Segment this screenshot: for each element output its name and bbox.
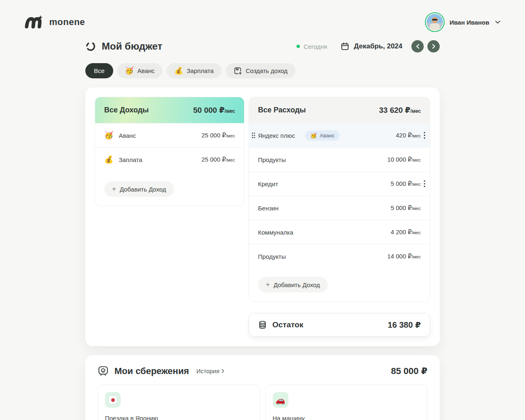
expense-category-label: Бензин: [258, 205, 278, 212]
kebab-icon: [424, 180, 425, 187]
expenses-panel: Все Расходы 33 620 ₽/мес Яндекс плюс 🥳Ав…: [249, 97, 430, 302]
expenses-panel-header: Все Расходы 33 620 ₽/мес: [249, 97, 430, 123]
income-total: 50 000 ₽/мес: [193, 105, 235, 115]
calendar-icon: [340, 42, 349, 51]
income-category-label: Заплата: [119, 156, 142, 163]
income-panel: Все Доходы 50 000 ₽/мес 🥳 Аванс 25 000 ₽…: [95, 97, 244, 206]
expense-amount: 5 000 ₽/мес: [391, 180, 421, 187]
expense-row[interactable]: Кредит 5 000 ₽/мес: [249, 171, 430, 196]
savings-goal-label: Поездка в Японию: [105, 415, 253, 420]
row-menu-button[interactable]: [422, 179, 427, 189]
today-button[interactable]: Сегодня: [297, 43, 327, 50]
japan-flag-icon: [109, 396, 117, 404]
avatar[interactable]: [426, 13, 444, 31]
category-emoji: 💰: [104, 156, 113, 163]
income-amount: 25 000 ₽/мес: [201, 132, 235, 139]
income-amount: 25 000 ₽/мес: [201, 156, 235, 163]
expense-row[interactable]: Коммуналка 4 200 ₽/мес: [249, 220, 430, 244]
month-picker[interactable]: Декабрь, 2024: [340, 42, 402, 51]
chevron-right-small-icon: [221, 369, 224, 373]
brand-name: monene: [49, 17, 85, 27]
balance-label: Остаток: [272, 320, 303, 329]
savings-goal-card[interactable]: 🚗 На машину: [265, 385, 428, 420]
expense-amount: 420 ₽/мес: [396, 132, 421, 139]
expense-category-label: Коммуналка: [258, 229, 293, 236]
filter-chip-label: Зарплата: [187, 67, 214, 74]
chevron-right-icon: [432, 44, 436, 49]
savings-goal-card[interactable]: Поездка в Японию: [98, 385, 260, 420]
expense-amount: 10 000 ₽/мес: [387, 156, 421, 163]
add-income-label: Добавить Доход: [120, 186, 166, 193]
logo-mark-icon: [25, 15, 43, 30]
balance-card: Остаток 16 380 ₽: [249, 313, 430, 337]
page-title: Мой бюджет: [102, 41, 162, 52]
plus-icon: +: [266, 281, 270, 289]
filter-chips: Все🥳Аванс💰Зарплата Создать доход: [85, 63, 440, 78]
today-status-dot: [297, 45, 300, 48]
kebab-icon: [424, 132, 425, 139]
expense-row[interactable]: Яндекс плюс 🥳Аванс 420 ₽/мес: [249, 123, 430, 147]
savings-goal-label: На машину: [273, 415, 420, 420]
filter-chip[interactable]: Все: [85, 63, 113, 78]
prev-month-button[interactable]: [411, 40, 424, 52]
add-expense-label: Добавить Доход: [274, 281, 320, 288]
brand-logo: monene: [25, 15, 85, 30]
category-emoji: 💰: [174, 67, 183, 74]
income-row[interactable]: 💰 Заплата 25 000 ₽/мес: [95, 147, 244, 171]
category-emoji: 🥳: [125, 67, 134, 74]
savings-goal-tile: [105, 392, 121, 408]
row-menu-button[interactable]: [422, 130, 427, 141]
balance-amount: 16 380 ₽: [388, 320, 421, 330]
month-label: Декабрь, 2024: [354, 42, 402, 50]
add-expense-button[interactable]: + Добавить Доход: [258, 277, 328, 292]
badge-label: Аванс: [320, 132, 334, 139]
linked-income-badge: 🥳Аванс: [305, 130, 340, 141]
income-category-label: Аванс: [119, 132, 136, 139]
expense-row[interactable]: Продукты 10 000 ₽/мес: [249, 147, 430, 171]
expense-category-label: Кредит: [258, 180, 278, 187]
chevron-down-icon: [495, 21, 500, 24]
savings-title: Мои сбережения: [114, 366, 189, 377]
top-bar: monene Иван Иванов: [0, 0, 525, 31]
filter-chip[interactable]: 🥳Аванс: [117, 63, 162, 78]
drag-handle[interactable]: [251, 132, 256, 139]
expense-rows: Яндекс плюс 🥳Аванс 420 ₽/мес Продукты 10…: [249, 123, 430, 268]
expenses-title: Все Расходы: [258, 106, 306, 114]
donut-chart-icon: [85, 41, 96, 52]
expenses-total: 33 620 ₽/мес: [379, 105, 421, 115]
user-menu[interactable]: Иван Иванов: [426, 13, 500, 31]
savings-items: Поездка в Японию 🚗 На машину: [98, 385, 427, 420]
expense-row[interactable]: Бензин 5 000 ₽/мес: [249, 196, 430, 220]
income-title: Все Доходы: [104, 106, 149, 114]
income-panel-header: Все Доходы 50 000 ₽/мес: [95, 97, 244, 123]
budget-card: Все Доходы 50 000 ₽/мес 🥳 Аванс 25 000 ₽…: [85, 87, 440, 346]
expense-category-label: Продукты: [258, 253, 286, 260]
create-income-chip[interactable]: Создать доход: [226, 63, 295, 78]
expense-amount: 14 000 ₽/мес: [387, 253, 421, 260]
history-link[interactable]: История: [196, 368, 224, 374]
category-emoji: 🥳: [310, 133, 317, 138]
savings-card: Мои сбережения История 85 000 ₽ Поездка …: [85, 355, 440, 420]
income-rows: 🥳 Аванс 25 000 ₽/мес 💰 Заплата 25 000 ₽/…: [95, 123, 244, 171]
savings-goal-tile: 🚗: [273, 392, 288, 408]
expense-row[interactable]: Продукты 14 000 ₽/мес: [249, 244, 430, 268]
create-income-label: Создать доход: [246, 67, 288, 74]
history-label: История: [196, 368, 219, 374]
expense-category-label: Продукты: [258, 156, 286, 163]
plus-icon: +: [112, 185, 116, 193]
next-month-button[interactable]: [427, 40, 440, 52]
expense-amount: 5 000 ₽/мес: [391, 204, 421, 212]
income-row[interactable]: 🥳 Аванс 25 000 ₽/мес: [95, 123, 244, 147]
create-income-icon: [233, 66, 242, 75]
chevron-left-icon: [416, 44, 420, 49]
expense-amount: 4 200 ₽/мес: [391, 228, 421, 236]
add-income-button[interactable]: + Добавить Доход: [104, 181, 174, 197]
filter-chip-label: Аванс: [137, 67, 155, 74]
user-name: Иван Иванов: [450, 19, 489, 26]
expense-category-label: Яндекс плюс: [258, 132, 295, 139]
safe-icon: [98, 365, 109, 377]
filter-chip[interactable]: 💰Зарплата: [167, 63, 221, 78]
category-emoji: 🥳: [104, 132, 113, 139]
coins-stack-icon: [258, 320, 267, 329]
car-icon: 🚗: [276, 395, 285, 405]
